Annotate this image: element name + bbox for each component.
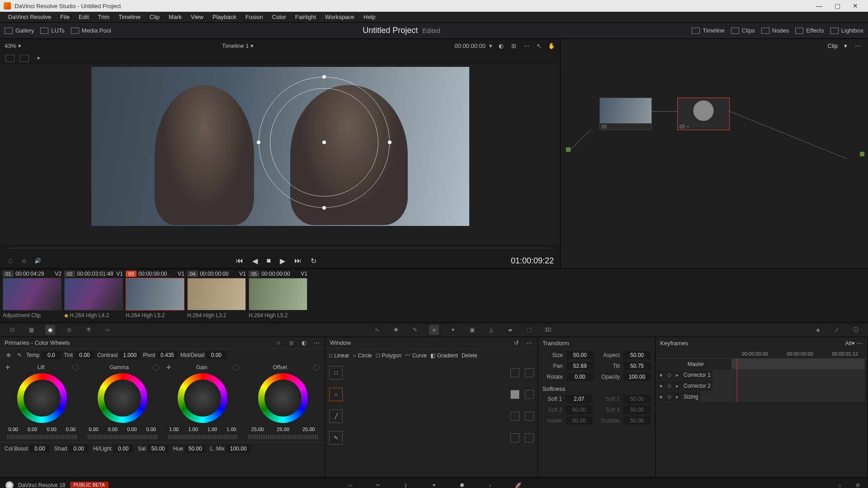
lock-icon[interactable]: ◇ bbox=[666, 372, 672, 378]
view-mode-1-icon[interactable] bbox=[5, 55, 14, 62]
pan-value[interactable]: 52.69 bbox=[566, 362, 594, 370]
middetail-value[interactable]: 0.00 bbox=[206, 351, 226, 359]
offset-wheel[interactable] bbox=[258, 373, 308, 423]
opacity-value[interactable]: 100.00 bbox=[623, 373, 651, 381]
menu-trim[interactable]: Trim bbox=[94, 14, 114, 20]
menu-color[interactable]: Color bbox=[268, 14, 291, 20]
sizing-icon[interactable]: ⬚ bbox=[524, 325, 534, 335]
scopes-icon[interactable]: ⫽ bbox=[832, 325, 842, 335]
highlight-icon[interactable]: ✦ bbox=[34, 54, 42, 62]
menu-fusion[interactable]: Fusion bbox=[241, 14, 268, 20]
menu-edit[interactable]: Edit bbox=[74, 14, 93, 20]
qualifier-icon[interactable]: ✎ bbox=[410, 325, 420, 335]
node-scope[interactable]: Clip bbox=[828, 42, 838, 49]
offset-master[interactable] bbox=[248, 435, 318, 439]
effects-button[interactable]: Effects bbox=[795, 27, 824, 34]
node-options-icon[interactable]: ⋯ bbox=[854, 42, 862, 50]
clip-05[interactable]: 0500:00:00:00V1 H.264 High L5.2 bbox=[249, 271, 307, 319]
picker-icon[interactable]: ✛ bbox=[166, 364, 171, 371]
mask-toggle[interactable] bbox=[510, 390, 519, 399]
pointer-icon[interactable]: ↖ bbox=[535, 42, 543, 50]
mask-handle-top[interactable] bbox=[322, 75, 326, 79]
window-maximize[interactable]: ▢ bbox=[828, 0, 846, 12]
kf-corrector1-row[interactable]: ●◇▸Corrector 1 bbox=[656, 370, 868, 380]
gamma-wheel[interactable] bbox=[98, 373, 147, 423]
hand-icon[interactable]: ✋ bbox=[547, 42, 556, 50]
mask-handle-bottom[interactable] bbox=[322, 206, 326, 210]
fusion-page-icon[interactable]: ✦ bbox=[429, 480, 439, 488]
sat-value[interactable]: 50.00 bbox=[148, 445, 169, 453]
polygon-shape-button[interactable]: ⬠Polygon bbox=[376, 352, 401, 359]
eye-icon[interactable]: ● bbox=[658, 372, 664, 378]
options-icon[interactable]: ⋯ bbox=[312, 339, 321, 347]
stop-button[interactable]: ■ bbox=[267, 257, 271, 265]
edit-page-icon[interactable]: ⫿ bbox=[401, 480, 411, 488]
settings-icon[interactable]: ⚙ bbox=[853, 480, 863, 488]
keyframe-playhead[interactable] bbox=[737, 359, 737, 402]
rotate-value[interactable]: 0.00 bbox=[566, 373, 594, 381]
mask-toggle[interactable] bbox=[510, 368, 519, 377]
window-close[interactable]: ✕ bbox=[846, 0, 864, 12]
timeline-button[interactable]: Timeline bbox=[692, 27, 725, 34]
invert-toggle[interactable] bbox=[525, 390, 534, 399]
size-value[interactable]: 50.00 bbox=[566, 351, 594, 359]
mask-toggle[interactable] bbox=[510, 433, 519, 442]
deliver-page-icon[interactable]: 🚀 bbox=[513, 480, 523, 488]
invert-toggle[interactable] bbox=[525, 368, 534, 377]
video-preview[interactable] bbox=[91, 67, 469, 226]
next-clip-button[interactable]: ⏭ bbox=[294, 257, 302, 265]
tint-value[interactable]: 0.00 bbox=[75, 351, 94, 359]
viewer-timecode[interactable]: 00:00:00:00 bbox=[454, 42, 486, 49]
menu-help[interactable]: Help bbox=[359, 14, 380, 20]
kf-master-row[interactable]: Master bbox=[656, 359, 868, 370]
hilight-value[interactable]: 0.00 bbox=[113, 445, 133, 453]
hue-value[interactable]: 50.00 bbox=[185, 445, 206, 453]
magic-mask-icon[interactable]: ▣ bbox=[467, 325, 477, 335]
menu-fairlight[interactable]: Fairlight bbox=[291, 14, 321, 20]
mask-toggle[interactable] bbox=[510, 412, 519, 421]
lift-master[interactable] bbox=[7, 435, 77, 439]
eye-icon[interactable]: ● bbox=[658, 383, 664, 389]
gain-master[interactable] bbox=[168, 435, 238, 439]
options-icon[interactable]: ⋯ bbox=[525, 339, 533, 347]
shape-curve-row[interactable]: ╱ bbox=[329, 409, 534, 423]
hdr-wheels-icon[interactable]: ◎ bbox=[64, 325, 74, 335]
zoom-selector[interactable]: 43%▾ bbox=[5, 42, 21, 49]
clips-button[interactable]: Clips bbox=[731, 27, 755, 34]
temp-value[interactable]: 0.0 bbox=[41, 351, 61, 359]
gradient-shape-button[interactable]: ◧Gradient bbox=[430, 352, 458, 359]
kf-corrector2-row[interactable]: ●◇▸Corrector 2 bbox=[656, 380, 868, 391]
split-screen-icon[interactable]: ⊞ bbox=[509, 42, 518, 50]
linear-shape-button[interactable]: □Linear bbox=[329, 352, 349, 359]
lock-icon[interactable]: ◇ bbox=[666, 394, 672, 399]
gallery-button[interactable]: Gallery bbox=[5, 27, 34, 34]
options-icon[interactable]: ⋯ bbox=[855, 339, 863, 347]
color-wheels-icon[interactable]: ◉ bbox=[45, 325, 55, 335]
mask-center-handle[interactable] bbox=[322, 141, 326, 144]
prev-clip-button[interactable]: ⏮ bbox=[236, 257, 243, 265]
info-icon[interactable]: ⓘ bbox=[851, 325, 861, 335]
menu-file[interactable]: File bbox=[56, 14, 74, 20]
key-icon[interactable]: ▰ bbox=[505, 325, 515, 335]
shape-linear-row[interactable]: □ bbox=[329, 366, 534, 380]
circle-shape-button[interactable]: ○Circle bbox=[353, 352, 372, 359]
kf-track[interactable] bbox=[700, 391, 865, 402]
gain-wheel[interactable] bbox=[178, 373, 227, 423]
invert-toggle[interactable] bbox=[525, 433, 534, 442]
chevron-right-icon[interactable]: ▸ bbox=[675, 372, 680, 378]
menu-mark[interactable]: Mark bbox=[164, 14, 186, 20]
motion-effects-icon[interactable]: ▭ bbox=[102, 325, 112, 335]
reset-offset[interactable] bbox=[313, 364, 320, 371]
warper-icon[interactable]: ✱ bbox=[391, 325, 401, 335]
menu-playback[interactable]: Playback bbox=[208, 14, 241, 20]
shape-circle-row[interactable]: ○ bbox=[329, 388, 534, 401]
shad-value[interactable]: 0.00 bbox=[69, 445, 89, 453]
contrast-value[interactable]: 1.000 bbox=[119, 351, 140, 359]
lock-icon[interactable]: ◇ bbox=[666, 383, 672, 389]
media-page-icon[interactable]: ▭ bbox=[345, 480, 355, 488]
window-icon[interactable]: ○ bbox=[429, 325, 439, 335]
lmix-value[interactable]: 100.00 bbox=[226, 445, 250, 453]
eye-icon[interactable]: ● bbox=[658, 394, 664, 399]
gamma-master[interactable] bbox=[88, 435, 157, 439]
mask-handle-left[interactable] bbox=[257, 141, 260, 144]
